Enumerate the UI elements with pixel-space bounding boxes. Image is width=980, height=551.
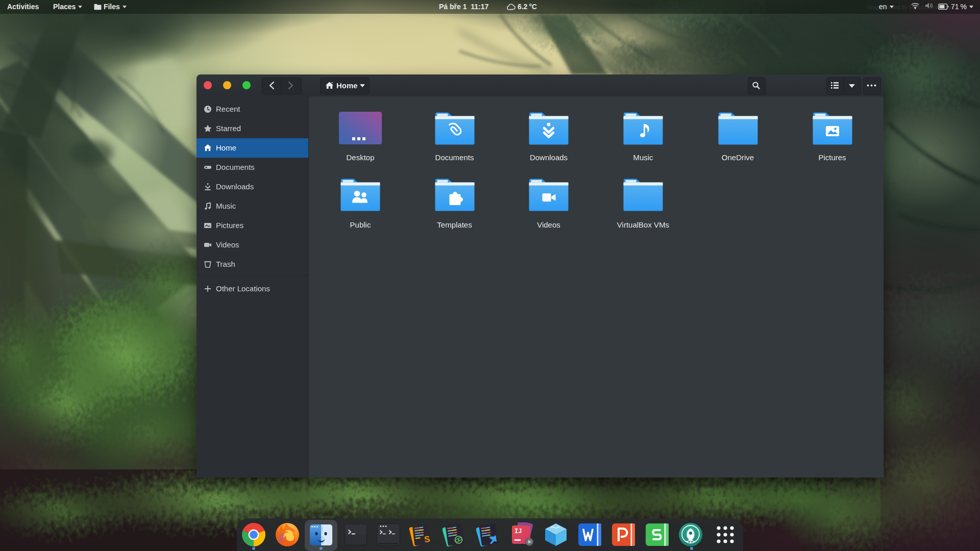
svg-text:S: S [424, 534, 431, 544]
svg-text:IJ: IJ [514, 528, 522, 535]
